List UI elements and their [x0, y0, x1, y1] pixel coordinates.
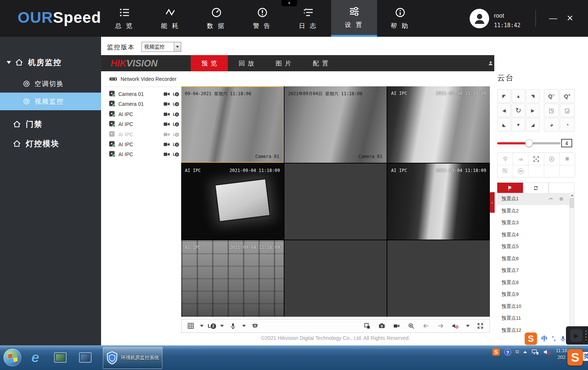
- audio-mute-button[interactable]: [451, 322, 459, 330]
- previous-page-button[interactable]: [422, 322, 430, 330]
- taskbar-app-icon-1[interactable]: [51, 348, 69, 367]
- video-tile-2[interactable]: 2021年09月04日 星期六 11:18:08 Camera 01: [284, 86, 387, 163]
- audio-dropdown-caret[interactable]: [242, 325, 246, 327]
- sidebar-item-ac-switch[interactable]: 空调切换: [0, 75, 101, 93]
- video-tile-1[interactable]: 09-04-2021 星期六 11:18:08 Camera 01: [181, 86, 284, 163]
- start-live-icon[interactable]: [164, 101, 170, 107]
- sidebar-item-video-monitoring[interactable]: 视频监控: [0, 93, 101, 110]
- 3d-zoom-button[interactable]: 3D: [513, 165, 528, 177]
- start-live-icon[interactable]: [164, 91, 170, 97]
- tab-picture[interactable]: 图片: [265, 55, 302, 71]
- fullscreen-button[interactable]: [476, 322, 484, 330]
- video-tile-3[interactable]: AI IPC 2021-09-04 11:18:09: [387, 86, 490, 163]
- close-button[interactable]: ✕: [564, 13, 576, 24]
- ptz-auto-scan-button[interactable]: ↻: [512, 104, 525, 117]
- preset-scrollbar[interactable]: [569, 193, 574, 336]
- tab-presets[interactable]: [497, 183, 523, 193]
- nav-help[interactable]: 帮 助: [377, 0, 423, 37]
- nav-energy[interactable]: 能 耗: [147, 0, 193, 37]
- preset-item-5[interactable]: 预置点5: [497, 241, 569, 253]
- 3d-positioning-button[interactable]: [528, 153, 544, 165]
- camera-row[interactable]: AI IPC L2: [109, 149, 179, 159]
- stream-type-icon[interactable]: L2: [173, 92, 179, 96]
- fisheye-button[interactable]: [251, 322, 259, 330]
- ime-language-toggle[interactable]: 中: [541, 334, 548, 343]
- camera-row[interactable]: AI IPC L2: [109, 139, 179, 149]
- stop-all-button[interactable]: [363, 322, 371, 330]
- stream-type-icon[interactable]: L2: [173, 132, 179, 137]
- nav-data[interactable]: 数 据: [193, 0, 239, 37]
- iris-close-button[interactable]: ◕: [544, 118, 559, 132]
- scrollbar-thumb[interactable]: [570, 198, 574, 208]
- ptz-up-left-button[interactable]: ◤: [497, 89, 511, 103]
- taskbar-active-app[interactable]: 环境机房监控系统: [103, 347, 162, 369]
- stream-type-icon[interactable]: L2: [173, 102, 179, 106]
- stream-type-button[interactable]: L2: [208, 323, 216, 329]
- tray-windows-icon[interactable]: ⧉: [516, 349, 519, 355]
- capture-button[interactable]: [378, 322, 386, 330]
- zoom-in-button[interactable]: Q+: [560, 89, 575, 103]
- speed-slider-thumb[interactable]: [525, 139, 533, 147]
- lens-init-button[interactable]: [544, 153, 559, 165]
- ptz-right-button[interactable]: ▶: [526, 104, 539, 117]
- ptz-up-right-button[interactable]: ◥: [526, 89, 539, 103]
- preset-item-2[interactable]: 预置点2: [497, 205, 569, 217]
- ime-punctuation-toggle[interactable]: ’,: [552, 335, 555, 342]
- record-button[interactable]: [392, 322, 401, 330]
- tray-network-icon[interactable]: [531, 349, 539, 355]
- start-live-icon[interactable]: [164, 142, 170, 147]
- tray-expand-arrow[interactable]: [523, 351, 527, 353]
- tray-help-icon[interactable]: ?: [504, 349, 511, 356]
- volume-dropdown-caret[interactable]: [466, 325, 470, 327]
- video-tile-6[interactable]: AI IPC 2021-09-04 11:18:09: [387, 164, 490, 240]
- tab-patrol[interactable]: [523, 183, 549, 193]
- sidebar-group-room-monitoring[interactable]: 机房监控: [0, 54, 101, 71]
- ptz-down-right-button[interactable]: ◢: [526, 118, 539, 132]
- tree-root-nvr[interactable]: Network Video Recorder: [109, 76, 176, 82]
- ptz-left-button[interactable]: ◀: [497, 104, 511, 117]
- tab-configuration[interactable]: 配置: [302, 55, 339, 71]
- wiper-button[interactable]: [513, 153, 528, 165]
- layout-dropdown-caret[interactable]: [200, 325, 204, 327]
- preset-item-9[interactable]: 预置点9: [497, 288, 569, 301]
- set-preset-gear-icon[interactable]: [559, 196, 564, 202]
- video-tile-8-empty[interactable]: [284, 240, 387, 317]
- taskbar-ie-icon[interactable]: e: [26, 348, 44, 367]
- play-icon[interactable]: ▶: [570, 329, 582, 342]
- sogou-badge-large[interactable]: S: [567, 349, 583, 366]
- version-select-button[interactable]: [174, 42, 181, 51]
- panel-collapse-handle[interactable]: ›: [490, 192, 495, 213]
- video-tile-9-empty[interactable]: [387, 240, 490, 317]
- focus-far-button[interactable]: ◳: [544, 104, 559, 117]
- version-select[interactable]: 视频监控: [141, 42, 181, 52]
- camera-row[interactable]: Camera 01 L2: [109, 89, 179, 99]
- preset-item-4[interactable]: 预置点4: [497, 229, 569, 241]
- taskbar-app-icon-2[interactable]: [76, 348, 94, 367]
- preset-item-3[interactable]: 预置点3: [497, 217, 569, 229]
- zoom-out-button[interactable]: Q−: [544, 89, 559, 103]
- tray-volume-muted-icon[interactable]: [543, 349, 551, 355]
- ptz-up-button[interactable]: ▲: [512, 89, 525, 103]
- nav-alert[interactable]: 警 告: [239, 0, 285, 37]
- area-zoom-button[interactable]: [498, 165, 513, 177]
- camera-row-offline[interactable]: AI IPC L2: [109, 129, 179, 139]
- digital-zoom-button[interactable]: [407, 322, 415, 330]
- preset-item-7[interactable]: 预置点7: [497, 265, 569, 277]
- camera-row[interactable]: AI IPC L2: [109, 119, 179, 129]
- sogou-logo[interactable]: S: [525, 333, 537, 345]
- tab-preview[interactable]: 预览: [191, 55, 228, 71]
- mini-player-popup[interactable]: ▶: [566, 326, 588, 345]
- nav-overview[interactable]: 总 览: [101, 0, 147, 37]
- iris-open-button[interactable]: ◔: [560, 118, 575, 132]
- tab-playback[interactable]: 回放: [228, 55, 265, 71]
- preset-item-8[interactable]: 预置点8: [497, 277, 569, 289]
- preset-item-10[interactable]: 预置点10: [497, 301, 569, 313]
- ptz-down-left-button[interactable]: ◣: [497, 118, 511, 132]
- stream-type-icon[interactable]: L2: [173, 112, 179, 116]
- preset-item-6[interactable]: 预置点6: [497, 253, 569, 265]
- stream-type-icon[interactable]: L2: [173, 142, 179, 147]
- start-button[interactable]: [3, 348, 22, 367]
- camera-row[interactable]: AI IPC L2: [109, 109, 179, 119]
- two-way-audio-button[interactable]: [229, 322, 237, 330]
- start-live-icon[interactable]: [164, 152, 170, 157]
